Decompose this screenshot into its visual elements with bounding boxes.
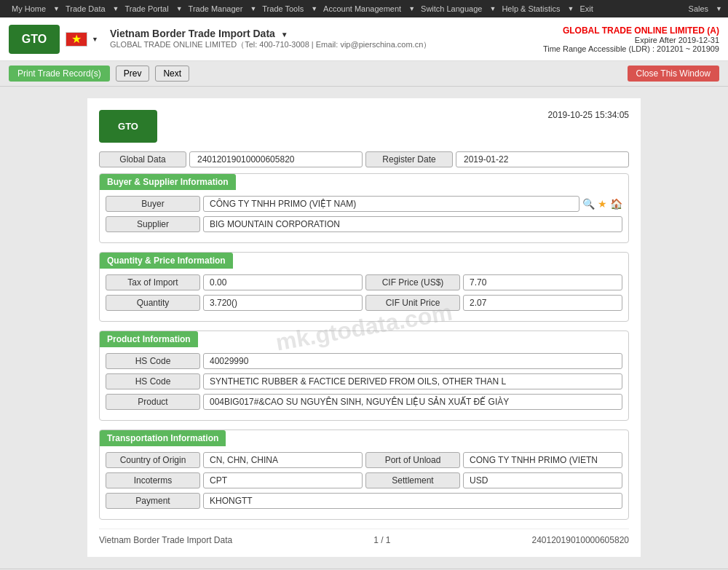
record-footer-page: 1 / 1 <box>373 535 390 545</box>
global-data-row: Global Data 24012019010000605820 Registe… <box>99 151 629 167</box>
hs-desc-value: SYNTHETIC RUBBER & FACTICE DERIVED FROM … <box>203 373 622 389</box>
nav-language-arrow: ▼ <box>489 5 496 12</box>
home-icon[interactable]: 🏠 <box>610 198 622 210</box>
settlement-label: Settlement <box>365 472 460 488</box>
nav-sales: Sales <box>683 4 715 13</box>
top-navigation: My Home ▼ Trade Data ▼ Trade Portal ▼ Tr… <box>0 0 728 17</box>
buyer-supplier-header: Buyer & Supplier Information <box>100 174 236 190</box>
next-button-top[interactable]: Next <box>155 66 189 82</box>
company-logo: GTO <box>9 25 60 54</box>
product-body: HS Code 40029990 HS Code SYNTHETIC RUBBE… <box>100 347 628 420</box>
hs-desc-row: HS Code SYNTHETIC RUBBER & FACTICE DERIV… <box>106 373 622 389</box>
record-footer-source: Vietnam Border Trade Import Data <box>99 535 232 545</box>
quantity-label: Quantity <box>106 295 200 311</box>
incoterms-label: Incoterms <box>106 472 200 488</box>
nav-trade-manager[interactable]: Trade Manager <box>183 4 249 13</box>
payment-value: KHONGTT <box>203 493 622 509</box>
hs-code-label: HS Code <box>106 353 200 369</box>
quantity-cif-unit-row: Quantity 3.720() CIF Unit Price 2.07 <box>106 295 622 311</box>
country-value: CN, CHN, CHINA <box>203 452 363 468</box>
cif-price-value: 7.70 <box>463 274 622 290</box>
country-label: Country of Origin <box>106 452 200 468</box>
quantity-value: 3.720() <box>203 295 363 311</box>
main-content: mk.gtodata.com GTO 2019-10-25 15:34:05 G… <box>87 98 641 557</box>
product-label: Product <box>106 394 200 410</box>
flag-star-icon: ★ <box>71 32 82 46</box>
product-section: Product Information HS Code 40029990 HS … <box>99 330 629 421</box>
settlement-value: USD <box>463 472 622 488</box>
record-timestamp: 2019-10-25 15:34:05 <box>548 110 629 120</box>
nav-my-home-arrow: ▼ <box>53 5 60 12</box>
buyer-supplier-section: Buyer & Supplier Information Buyer CÔNG … <box>99 173 629 243</box>
title-dropdown-arrow[interactable]: ▼ <box>281 31 288 39</box>
global-data-value: 24012019010000605820 <box>189 151 363 167</box>
supplier-row: Supplier BIG MOUNTAIN CORPORATION <box>106 216 622 232</box>
nav-exit[interactable]: Exit <box>574 4 598 13</box>
register-date-label: Register Date <box>365 151 453 167</box>
cif-unit-value: 2.07 <box>463 295 622 311</box>
expire-info: Expire After 2019-12-31 <box>543 36 719 44</box>
transportation-section: Transportation Information Country of Or… <box>99 430 629 520</box>
header-subtitle: GLOBAL TRADE ONLINE LIMITED（Tel: 400-710… <box>110 39 543 50</box>
buyer-label: Buyer <box>106 196 200 212</box>
product-value: 004BIG017#&CAO SU NGUYÊN SINH, NGUYÊN LI… <box>203 394 622 410</box>
logo-area: GTO ★ ▼ <box>9 25 98 54</box>
nav-trade-portal-arrow: ▼ <box>176 5 183 12</box>
payment-row: Payment KHONGTT <box>106 493 622 509</box>
header-title-area: Vietnam Border Trade Import Data ▼ GLOBA… <box>110 28 543 50</box>
tax-label: Tax of Import <box>106 274 200 290</box>
hs-code-value: 40029990 <box>203 353 622 369</box>
supplier-value: BIG MOUNTAIN CORPORATION <box>203 216 622 232</box>
prev-button-top[interactable]: Prev <box>116 66 150 82</box>
quantity-price-section: Quantity & Price Information Tax of Impo… <box>99 252 629 322</box>
nav-help[interactable]: Help & Statistics <box>496 4 566 13</box>
nav-trade-portal[interactable]: Trade Portal <box>119 4 175 13</box>
nav-switch-language[interactable]: Switch Language <box>415 4 488 13</box>
record-logo: GTO <box>99 110 157 143</box>
register-date-value: 2019-01-22 <box>456 151 629 167</box>
nav-trade-data[interactable]: Trade Data <box>60 4 111 13</box>
nav-account-arrow: ▼ <box>408 5 415 12</box>
search-icon[interactable]: 🔍 <box>582 198 595 210</box>
flag-dropdown-arrow[interactable]: ▼ <box>92 36 98 43</box>
star-icon[interactable]: ★ <box>598 198 607 210</box>
cif-price-label: CIF Price (US$) <box>365 274 460 290</box>
transportation-body: Country of Origin CN, CHN, CHINA Port of… <box>100 446 628 519</box>
nav-trade-manager-arrow: ▼ <box>250 5 256 12</box>
hs-desc-label: HS Code <box>106 373 200 389</box>
logo-text: GTO <box>22 33 47 46</box>
product-row: Product 004BIG017#&CAO SU NGUYÊN SINH, N… <box>106 394 622 410</box>
tax-cif-row: Tax of Import 0.00 CIF Price (US$) 7.70 <box>106 274 622 290</box>
country-port-row: Country of Origin CN, CHN, CHINA Port of… <box>106 452 622 468</box>
vietnam-flag: ★ <box>66 32 87 47</box>
account-company: GLOBAL TRADE ONLINE LIMITED (A) <box>543 25 719 36</box>
nav-trade-tools[interactable]: Trade Tools <box>256 4 309 13</box>
print-button-top[interactable]: Print Trade Record(s) <box>9 66 110 82</box>
incoterms-settlement-row: Incoterms CPT Settlement USD <box>106 472 622 488</box>
product-header: Product Information <box>100 331 198 347</box>
transportation-header: Transportation Information <box>100 430 226 446</box>
page-title: Vietnam Border Trade Import Data ▼ <box>110 28 543 39</box>
nav-account-management[interactable]: Account Management <box>317 4 407 13</box>
quantity-price-header: Quantity & Price Information <box>100 253 233 269</box>
record-footer-id: 24012019010000605820 <box>532 535 629 545</box>
hs-code-row: HS Code 40029990 <box>106 353 622 369</box>
top-action-bar: Print Trade Record(s) Prev Next Close Th… <box>0 61 728 87</box>
nav-my-home[interactable]: My Home <box>6 4 52 13</box>
close-button-top[interactable]: Close This Window <box>628 66 719 82</box>
record-footer: Vietnam Border Trade Import Data 1 / 1 2… <box>99 529 629 545</box>
header-bar: GTO ★ ▼ Vietnam Border Trade Import Data… <box>0 17 728 61</box>
tax-value: 0.00 <box>203 274 363 290</box>
buyer-row: Buyer CÔNG TY TNHH PRIMO (VIỆT NAM) 🔍 ★ … <box>106 196 622 212</box>
nav-trade-data-arrow: ▼ <box>113 5 119 12</box>
port-value: CONG TY TNHH PRIMO (VIETN <box>463 452 622 468</box>
nav-trade-tools-arrow: ▼ <box>311 5 317 12</box>
port-label: Port of Unload <box>365 452 460 468</box>
supplier-label: Supplier <box>106 216 200 232</box>
nav-help-arrow: ▼ <box>567 5 574 12</box>
quantity-price-body: Tax of Import 0.00 CIF Price (US$) 7.70 … <box>100 269 628 321</box>
header-right-info: GLOBAL TRADE ONLINE LIMITED (A) Expire A… <box>543 25 719 53</box>
time-range-info: Time Range Accessible (LDR) : 201201 ~ 2… <box>543 44 719 53</box>
incoterms-value: CPT <box>203 472 363 488</box>
nav-sales-arrow: ▼ <box>716 5 722 12</box>
